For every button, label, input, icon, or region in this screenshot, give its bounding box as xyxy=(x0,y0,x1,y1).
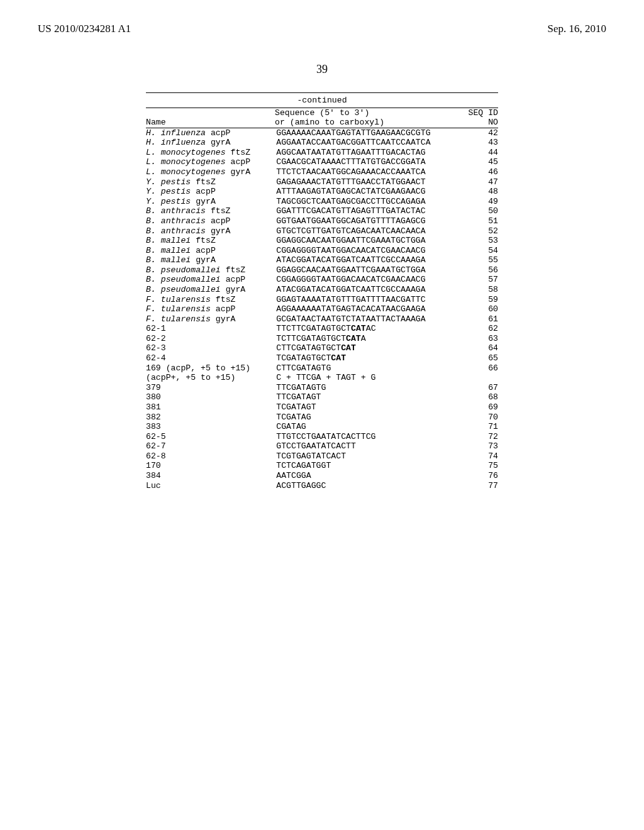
table-row: B. mallei ftsZGGAGGCAACAATGGAATTCGAAATGC… xyxy=(146,236,498,246)
name-cell: B. anthracis acpP xyxy=(146,216,276,226)
organism-name: B. pseudomallei xyxy=(146,265,221,275)
table-row: B. pseudomallei gyrAATACGGATACATGGATCAAT… xyxy=(146,285,498,295)
name-cell: 379 xyxy=(146,383,276,393)
sequence-cell: TCGATAG xyxy=(276,412,465,423)
gene-name: gyrA xyxy=(221,285,246,294)
sequence-cell: TTCGATAGTG xyxy=(276,383,465,393)
seq-prefix: TCTTCGATAGTGCT xyxy=(276,334,346,343)
gene-name: acpP xyxy=(211,304,236,314)
table-row: 169 (acpP, +5 to +15)CTTCGATAGTG66 xyxy=(146,363,498,374)
sequence-cell: ATACGGATACATGGATCAATTCGCCAAAGA xyxy=(276,285,465,295)
seq-id-cell: 63 xyxy=(465,334,498,344)
seq-id-cell: 50 xyxy=(465,206,498,216)
sequence-cell: TTGTCCTGAATATCACTTCG xyxy=(276,432,465,442)
seq-prefix: CTTCGATAGTGCT xyxy=(276,343,341,353)
seq-id-cell: 71 xyxy=(465,422,498,432)
seq-id-cell: 72 xyxy=(465,432,498,442)
gene-name: ftsZ xyxy=(226,148,251,157)
organism-name: Y. pestis xyxy=(146,187,191,196)
seq-suffix: A xyxy=(361,334,366,343)
sequence-cell: CTTCGATAGTGCTCAT xyxy=(276,343,465,353)
seq-id-cell: 61 xyxy=(465,314,498,324)
seq-id-cell: 68 xyxy=(465,392,498,402)
table-row: 62-1TTCTTCGATAGTGCTCATAC62 xyxy=(146,324,498,334)
organism-name: L. monocytogenes xyxy=(146,148,226,157)
sequence-cell: GGAGGCAACAATGGAATTCGAAATGCTGGA xyxy=(276,265,465,275)
name-cell: 170 xyxy=(146,461,276,471)
name-cell: L. monocytogenes acpP xyxy=(146,157,276,167)
name-cell: Luc xyxy=(146,481,276,491)
name-cell: F. tularensis acpP xyxy=(146,304,276,314)
col-name-header: Name xyxy=(146,108,275,128)
sequence-cell: CGGAGGGGTAATGGACAACATCGAACAACG xyxy=(276,246,465,256)
seq-id-cell: 45 xyxy=(465,157,498,167)
sequence-cell: GGAAAAACAAATGAGTATTGAAGAACGCGTG xyxy=(276,128,465,138)
col-id-header: SEQ ID NO xyxy=(462,108,498,128)
gene-name: gyrA xyxy=(206,138,231,147)
name-cell: B. pseudomallei acpP xyxy=(146,275,276,285)
name-cell: (acpP+, +5 to +15) xyxy=(146,373,276,383)
page-header: US 2010/0234281 A1 Sep. 16, 2010 xyxy=(0,0,644,40)
seq-id-cell: 76 xyxy=(465,471,498,481)
seq-id-cell: 56 xyxy=(465,265,498,275)
gene-name: ftsZ xyxy=(191,236,216,245)
table-row: 62-7GTCCTGAATATCACTT73 xyxy=(146,441,498,451)
sequence-cell: CGGAGGGGTAATGGACAACATCGAACAACG xyxy=(276,275,465,285)
page-number: 39 xyxy=(0,63,644,76)
name-cell: H. influenza gyrA xyxy=(146,138,276,148)
seq-bold: CAT xyxy=(341,343,356,353)
seq-id-cell: 60 xyxy=(465,304,498,314)
table-row: B. anthracis gyrAGTGCTCGTTGATGTCAGACAATC… xyxy=(146,226,498,236)
organism-name: B. mallei xyxy=(146,255,191,265)
sequence-cell: TTCGATAGT xyxy=(276,392,465,402)
table-row: 62-2TCTTCGATAGTGCTCATA63 xyxy=(146,334,498,344)
sequence-cell: GAGAGAAACTATGTTTGAACCTATGGAACT xyxy=(276,177,465,187)
sequence-cell: TCGATAGT xyxy=(276,402,465,412)
sequence-cell: TTCTCTAACAATGGCAGAAACACCAAATCA xyxy=(276,167,465,177)
organism-name: H. influenza xyxy=(146,128,206,138)
organism-name: F. tularensis xyxy=(146,295,211,304)
seq-label-1: Sequence (5' to 3') xyxy=(275,108,369,118)
gene-name: acpP xyxy=(191,246,216,255)
seq-id-cell: 51 xyxy=(465,216,498,226)
seq-id-cell: 58 xyxy=(465,285,498,295)
sequence-cell: CGATAG xyxy=(276,422,465,432)
id-label-1: SEQ ID xyxy=(469,108,498,118)
organism-name: B. mallei xyxy=(146,246,191,255)
seq-prefix: TCGATAGTGCT xyxy=(276,353,331,363)
sequence-cell: C + TTCGA + TAGT + G xyxy=(276,373,465,383)
table-row: 62-3CTTCGATAGTGCTCAT64 xyxy=(146,343,498,353)
name-cell: Y. pestis ftsZ xyxy=(146,177,276,187)
seq-id-cell: 74 xyxy=(465,451,498,462)
sequence-cell: AGGAAAAAATATGAGTACACATAACGAAGA xyxy=(276,304,465,314)
organism-name: F. tularensis xyxy=(146,314,211,324)
gene-name: gyrA xyxy=(191,197,216,206)
seq-id-cell: 53 xyxy=(465,236,498,246)
gene-name: gyrA xyxy=(226,167,251,177)
name-cell: 62-2 xyxy=(146,334,276,344)
seq-id-cell: 66 xyxy=(465,363,498,374)
table-row: 62-5TTGTCCTGAATATCACTTCG72 xyxy=(146,432,498,442)
header-row: Name Sequence (5' to 3') or (amino to ca… xyxy=(146,108,498,128)
name-cell: 62-1 xyxy=(146,324,276,334)
sequence-cell: GGTGAATGGAATGGCAGATGTTTTAGAGCG xyxy=(276,216,465,226)
gene-name: gyrA xyxy=(191,255,216,265)
table-row: H. influenza acpPGGAAAAACAAATGAGTATTGAAG… xyxy=(146,128,498,138)
sequence-cell: TCTCAGATGGT xyxy=(276,461,465,471)
seq-bold: CAT xyxy=(351,324,366,333)
name-cell: B. pseudomallei ftsZ xyxy=(146,265,276,275)
sequence-cell: ATTTAAGAGTATGAGCACTATCGAAGAACG xyxy=(276,187,465,197)
seq-id-cell: 62 xyxy=(465,324,498,334)
name-cell: 381 xyxy=(146,402,276,412)
publication-date: Sep. 16, 2010 xyxy=(548,23,607,35)
gene-name: ftsZ xyxy=(206,206,231,216)
organism-name: L. monocytogenes xyxy=(146,167,226,177)
table-row: Y. pestis gyrATAGCGGCTCAATGAGCGACCTTGCCA… xyxy=(146,197,498,207)
seq-id-cell: 49 xyxy=(465,197,498,207)
seq-id-cell: 43 xyxy=(465,138,498,148)
seq-id-cell: 54 xyxy=(465,246,498,256)
name-cell: B. mallei ftsZ xyxy=(146,236,276,246)
name-cell: 62-7 xyxy=(146,441,276,451)
name-cell: L. monocytogenes ftsZ xyxy=(146,148,276,158)
table-row: H. influenza gyrAAGGAATACCAATGACGGATTCAA… xyxy=(146,138,498,148)
